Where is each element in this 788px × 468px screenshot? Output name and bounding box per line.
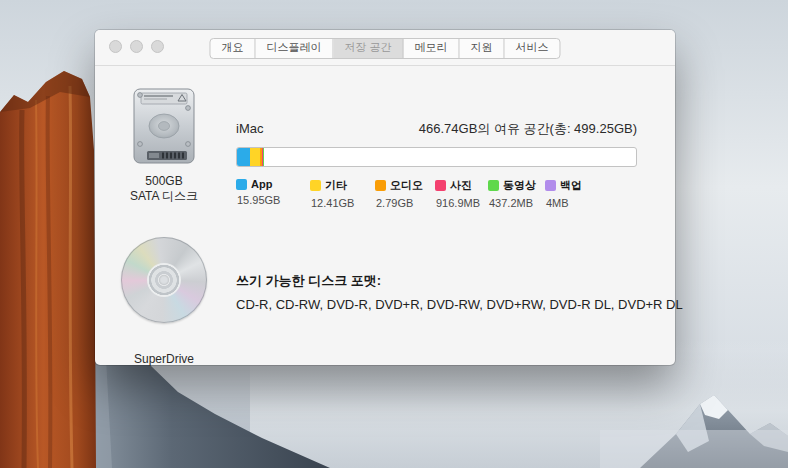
- legend-value: 12.41GB: [310, 197, 365, 209]
- legend-item-백업: 백업 4MB: [545, 178, 582, 209]
- close-button[interactable]: [109, 40, 122, 53]
- tab-서비스[interactable]: 서비스: [505, 39, 560, 58]
- legend-swatch: [435, 180, 446, 191]
- about-this-mac-window: 개요디스플레이저장 공간메모리지원서비스: [95, 30, 675, 365]
- tab-지원[interactable]: 지원: [460, 39, 505, 58]
- legend-value: 2.79GB: [375, 197, 425, 209]
- legend-label: 사진: [450, 178, 472, 193]
- zoom-button[interactable]: [151, 40, 164, 53]
- legend-swatch: [375, 180, 386, 191]
- disk-size-label: 500GB: [104, 174, 224, 189]
- legend-value: 916.9MB: [435, 197, 478, 209]
- legend-label: 백업: [560, 178, 582, 193]
- volume-header: iMac 466.74GB의 여유 공간(총: 499.25GB): [236, 120, 637, 138]
- tab-디스플레이[interactable]: 디스플레이: [255, 39, 333, 58]
- legend-swatch: [488, 180, 499, 191]
- legend-label: 오디오: [390, 178, 423, 193]
- legend-swatch: [310, 180, 321, 191]
- legend-item-App: App 15.95GB: [236, 178, 300, 209]
- disc-hole: [159, 275, 169, 285]
- superdrive-label: SuperDrive: [104, 352, 224, 366]
- disk-label: 500GB SATA 디스크: [104, 174, 224, 204]
- disc-formats-title: 쓰기 가능한 디스크 포맷:: [236, 272, 381, 290]
- storage-bar-segment: [250, 148, 260, 166]
- legend-value: 4MB: [545, 197, 582, 209]
- legend-item-오디오: 오디오 2.79GB: [375, 178, 425, 209]
- traffic-lights: [109, 40, 164, 53]
- storage-legend: App 15.95GB 기타 12.41GB 오디오 2.79GB 사진 916…: [236, 178, 582, 209]
- superdrive-disc-icon: [121, 237, 207, 323]
- legend-label: App: [251, 178, 272, 190]
- legend-item-동영상: 동영상 437.2MB: [488, 178, 535, 209]
- hard-disk-icon: [133, 88, 195, 168]
- free-space-text: 466.74GB의 여유 공간(총: 499.25GB): [419, 120, 637, 138]
- tab-저장-공간[interactable]: 저장 공간: [333, 39, 403, 58]
- tab-bar: 개요디스플레이저장 공간메모리지원서비스: [209, 38, 560, 59]
- tab-개요[interactable]: 개요: [210, 39, 255, 58]
- storage-pane: 500GB SATA 디스크 SuperDrive iMac 466.74GB의…: [95, 66, 675, 365]
- legend-swatch: [236, 179, 247, 190]
- legend-label: 동영상: [503, 178, 536, 193]
- legend-swatch: [545, 180, 556, 191]
- disc-formats-list: CD-R, CD-RW, DVD-R, DVD+R, DVD-RW, DVD+R…: [236, 297, 683, 312]
- minimize-button[interactable]: [130, 40, 143, 53]
- legend-item-사진: 사진 916.9MB: [435, 178, 478, 209]
- storage-bar-segment: [237, 148, 250, 166]
- legend-label: 기타: [325, 178, 347, 193]
- volume-name: iMac: [236, 121, 263, 136]
- tab-메모리[interactable]: 메모리: [404, 39, 460, 58]
- titlebar: 개요디스플레이저장 공간메모리지원서비스: [95, 30, 675, 66]
- legend-value: 437.2MB: [488, 197, 535, 209]
- storage-usage-bar: [236, 147, 637, 167]
- legend-value: 15.95GB: [236, 194, 300, 206]
- legend-item-기타: 기타 12.41GB: [310, 178, 365, 209]
- disk-type-label: SATA 디스크: [104, 189, 224, 204]
